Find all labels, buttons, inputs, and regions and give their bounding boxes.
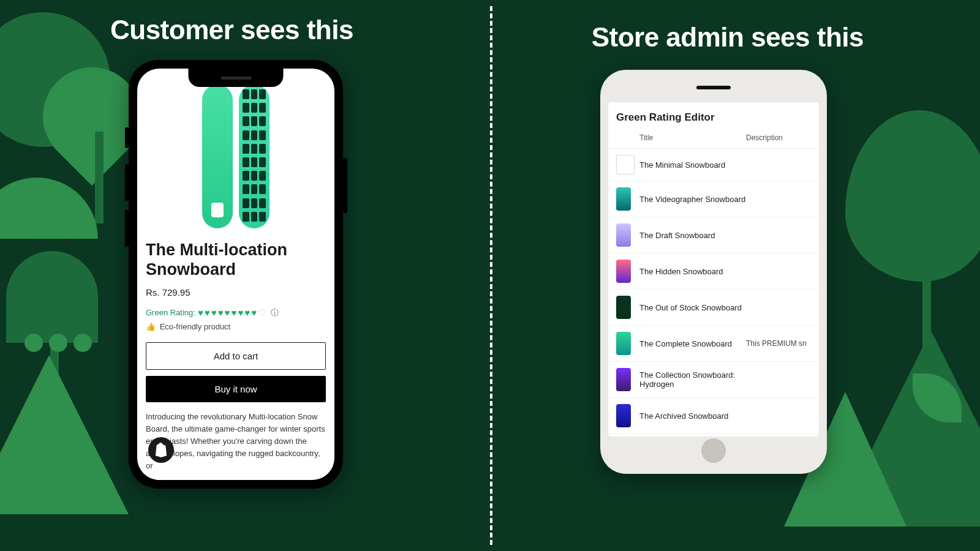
- row-title: The Complete Snowboard: [639, 339, 746, 348]
- product-thumbnail-icon: [616, 223, 631, 247]
- admin-heading: Store admin sees this: [592, 22, 864, 53]
- admin-table-header: Title Description: [608, 130, 820, 149]
- heart-icon: ♡: [258, 307, 266, 318]
- heart-icon: ♥: [205, 307, 210, 318]
- table-row[interactable]: The Compare at Price Snowboard: [608, 434, 820, 437]
- admin-screen: Green Rating Editor Title Description Th…: [608, 102, 820, 437]
- product-thumbnail-icon: [616, 260, 631, 283]
- product-thumbnail-icon: [616, 187, 631, 211]
- phone-earpiece: [696, 86, 731, 89]
- vertical-divider: [490, 6, 492, 545]
- table-row[interactable]: The Videographer Snowboard: [608, 181, 820, 217]
- row-title: The Out of Stock Snowboard: [639, 303, 746, 312]
- product-image: [141, 73, 331, 233]
- snowboard-front-icon: [202, 84, 233, 228]
- shopify-badge-icon[interactable]: [148, 437, 174, 463]
- row-title: The Collection Snowboard: Hydrogen: [639, 370, 746, 389]
- home-button[interactable]: [701, 438, 726, 463]
- table-row[interactable]: The Complete SnowboardThis PREMIUM sn: [608, 326, 820, 362]
- green-rating-hearts: ♥♥♥♥♥♥♥♥♥♡: [198, 307, 266, 318]
- info-icon[interactable]: ⓘ: [271, 307, 279, 318]
- heart-icon: ♥: [225, 307, 230, 318]
- heart-icon: ♥: [198, 307, 203, 318]
- column-header-title: Title: [639, 133, 746, 142]
- column-header-description: Description: [746, 133, 813, 142]
- green-rating-label: Green Rating:: [146, 308, 195, 317]
- heart-icon: ♥: [211, 307, 217, 318]
- admin-phone-frame: Green Rating Editor Title Description Th…: [600, 70, 827, 474]
- row-title: The Archived Snowboard: [639, 411, 746, 421]
- green-rating-row: Green Rating: ♥♥♥♥♥♥♥♥♥♡ ⓘ: [141, 300, 331, 320]
- row-description: This PREMIUM sn: [746, 339, 813, 348]
- customer-phone-frame: The Multi-location Snowboard Rs. 729.95 …: [129, 60, 343, 489]
- product-thumbnail-icon: [616, 368, 631, 391]
- table-row[interactable]: The Archived Snowboard: [608, 398, 820, 434]
- table-row[interactable]: The Hidden Snowboard: [608, 253, 820, 290]
- product-thumbnail-icon: [616, 155, 635, 174]
- thumbs-up-icon: 👍: [146, 322, 156, 331]
- eco-friendly-badge: 👍 Eco-friendly product: [141, 320, 331, 337]
- row-title: The Videographer Snowboard: [639, 195, 746, 204]
- customer-screen: The Multi-location Snowboard Rs. 729.95 …: [137, 69, 334, 480]
- buy-it-now-button[interactable]: Buy it now: [146, 376, 326, 402]
- table-row[interactable]: The Minimal Snowboard: [608, 149, 820, 181]
- heart-icon: ♥: [244, 307, 250, 318]
- heart-icon: ♥: [251, 307, 257, 318]
- table-row[interactable]: The Out of Stock Snowboard: [608, 290, 820, 326]
- snowboard-back-icon: [239, 84, 270, 228]
- heart-icon: ♥: [231, 307, 236, 318]
- row-title: The Minimal Snowboard: [639, 160, 746, 170]
- product-title: The Multi-location Snowboard: [141, 233, 331, 282]
- customer-heading: Customer sees this: [110, 15, 353, 45]
- admin-panel-title: Green Rating Editor: [608, 102, 820, 130]
- heart-icon: ♥: [238, 307, 243, 318]
- product-thumbnail-icon: [616, 404, 631, 427]
- product-thumbnail-icon: [616, 332, 631, 355]
- product-price: Rs. 729.95: [141, 282, 331, 300]
- eco-friendly-label: Eco-friendly product: [160, 322, 231, 331]
- heart-icon: ♥: [218, 307, 224, 318]
- add-to-cart-button[interactable]: Add to cart: [146, 342, 326, 370]
- row-title: The Hidden Snowboard: [639, 267, 746, 276]
- table-row[interactable]: The Draft Snowboard: [608, 217, 820, 253]
- row-title: The Draft Snowboard: [639, 231, 746, 240]
- product-thumbnail-icon: [616, 296, 631, 319]
- table-row[interactable]: The Collection Snowboard: Hydrogen: [608, 362, 820, 398]
- phone-notch: [189, 69, 284, 87]
